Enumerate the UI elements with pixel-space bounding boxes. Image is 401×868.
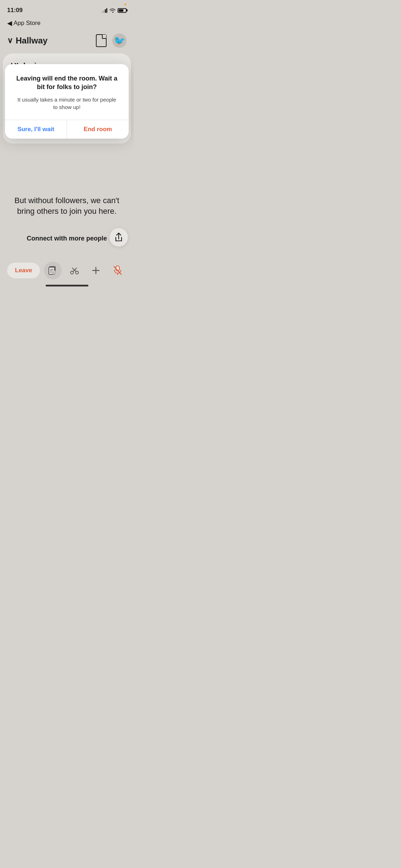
plus-button[interactable] [87, 262, 105, 279]
notes-icon: ☞ [48, 266, 57, 275]
document-icon[interactable] [96, 34, 107, 47]
share-icon [115, 233, 123, 242]
notes-button[interactable]: ☞ [44, 262, 62, 279]
bottom-toolbar: Leave ☞ [0, 262, 134, 279]
scissors-icon [70, 266, 79, 275]
status-bar: 11:09 [0, 0, 134, 18]
microphone-slash-icon [113, 265, 122, 275]
header-title: Hallway [16, 36, 47, 46]
followers-text: But without followers, we can't bring ot… [11, 195, 123, 216]
back-navigation[interactable]: ◀ App Store [0, 18, 134, 30]
chevron-down-icon: ∨ [7, 36, 13, 45]
battery-icon [118, 8, 127, 13]
wait-button[interactable]: Sure, I'll wait [5, 120, 67, 139]
status-time: 11:09 [7, 7, 22, 14]
back-label: App Store [14, 20, 41, 27]
home-indicator [46, 285, 88, 286]
end-room-button[interactable]: End room [67, 120, 129, 139]
header-icons: 🐦 [96, 33, 127, 48]
dialog-body: It usually takes a minute or two for peo… [15, 96, 119, 112]
status-icons [102, 8, 127, 13]
scissors-button[interactable] [66, 262, 83, 279]
signal-icon [102, 8, 108, 13]
mute-button[interactable] [109, 262, 127, 279]
dialog-actions: Sure, I'll wait End room [5, 120, 129, 139]
svg-line-21 [73, 268, 77, 272]
plus-icon [92, 266, 100, 275]
dialog-content: Leaving will end the room. Wait a bit fo… [5, 64, 129, 120]
leave-room-dialog: Leaving will end the room. Wait a bit fo… [5, 64, 129, 139]
svg-line-22 [72, 268, 76, 272]
share-button[interactable] [109, 228, 128, 247]
back-arrow-icon: ◀ [7, 19, 12, 27]
connect-button[interactable]: Connect with more people [14, 230, 120, 247]
header-title-area[interactable]: ∨ Hallway [7, 36, 47, 46]
avatar-image: 🐦 [114, 35, 125, 46]
svg-text:☞: ☞ [52, 271, 55, 274]
page-header: ∨ Hallway 🐦 [0, 30, 134, 53]
user-avatar[interactable]: 🐦 [112, 33, 127, 48]
leave-button[interactable]: Leave [7, 263, 40, 278]
wifi-icon [109, 8, 115, 13]
dialog-title: Leaving will end the room. Wait a bit fo… [15, 74, 119, 92]
